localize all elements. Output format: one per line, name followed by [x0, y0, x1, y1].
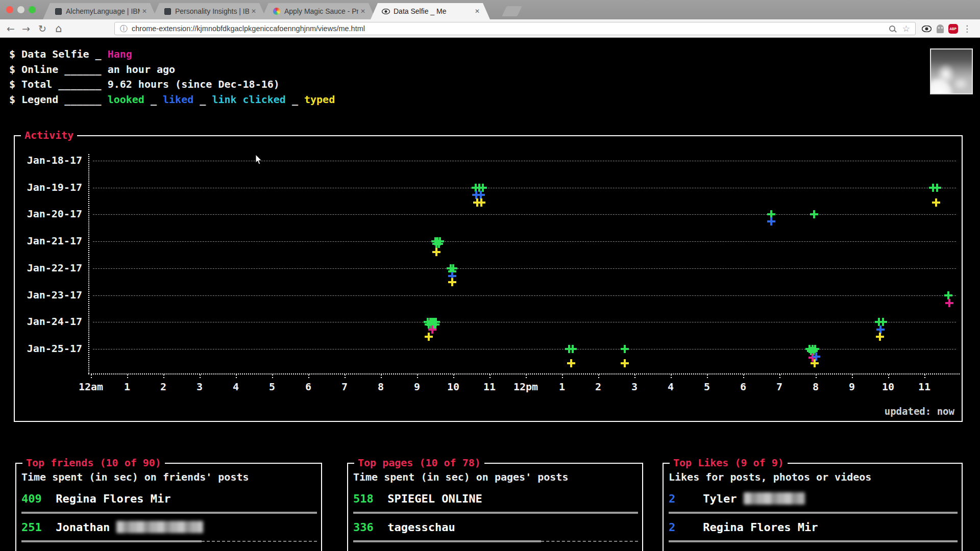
list-item[interactable]: 336 tagesschau [353, 521, 455, 534]
gridline [93, 349, 956, 349]
x-axis-tick [127, 374, 128, 378]
chart-marker-liked [477, 191, 485, 199]
tab-close-icon[interactable]: ✕ [475, 8, 480, 15]
gridline [93, 295, 956, 296]
terminal-prompt: $ Online ______ [9, 63, 108, 76]
x-axis-label: 6 [305, 381, 311, 393]
y-axis-label: Jan-21-17 [16, 235, 82, 247]
eye-icon [922, 26, 932, 32]
chart-marker-typed [932, 198, 940, 207]
x-axis-tick [489, 374, 491, 378]
adblock-extension-icon[interactable]: ABP [948, 23, 958, 34]
chart-marker-typed [432, 248, 440, 256]
x-axis-label: 8 [378, 381, 384, 393]
chart-marker-looked [933, 184, 941, 192]
chart-marker-typed [621, 359, 629, 367]
zoom-icon[interactable] [889, 26, 895, 32]
x-axis-tick [743, 374, 744, 378]
terminal-prompt: $ Legend ______ [9, 93, 108, 106]
item-name: Regina Flores Mir [696, 521, 818, 534]
eye-icon [382, 7, 390, 15]
y-axis-label: Jan-23-17 [16, 289, 82, 301]
browser-menu-icon[interactable]: ⋮ [963, 23, 971, 34]
chart-marker-liked [767, 217, 775, 226]
gridline [93, 241, 956, 242]
reload-button[interactable]: ↻ [36, 19, 49, 38]
pinwheel-favicon-glyph [273, 8, 280, 15]
y-axis-label: Jan-18-17 [16, 154, 82, 166]
tab-apply-magic-sauce-predictio[interactable]: Apply Magic Sauce - Predictio✕ [261, 3, 376, 19]
gridline [93, 322, 956, 322]
x-axis-label: 11 [483, 381, 496, 393]
url-text[interactable]: chrome-extension://kjmnobfdkgaclpkgenicc… [132, 24, 889, 33]
x-axis-tick [779, 374, 780, 378]
bookmark-star-icon[interactable]: ☆ [902, 23, 910, 34]
tab-close-icon[interactable]: ✕ [142, 8, 147, 15]
terminal-value: Hang [108, 48, 132, 60]
webcam-thumbnail [930, 48, 973, 94]
item-value: 2 [669, 492, 696, 505]
chart-marker-typed [567, 359, 575, 367]
ghost-extension-icon[interactable] [935, 23, 945, 34]
data-selfie-extension-icon[interactable] [921, 23, 932, 34]
tab-alchemylanguage-ibm-wats[interactable]: AlchemyLanguage | IBM Wats✕ [43, 3, 157, 19]
blurred-photo [930, 48, 973, 94]
x-axis-label: 10 [882, 381, 894, 393]
item-bar-track [541, 541, 638, 542]
x-axis-label: 1 [559, 381, 565, 393]
ibm-icon [54, 7, 62, 15]
tab-close-icon[interactable]: ✕ [251, 8, 256, 15]
x-axis-label: 4 [668, 381, 674, 393]
legend-item-looked: looked [108, 93, 144, 106]
new-tab-button[interactable] [502, 6, 522, 16]
close-window-button[interactable] [6, 6, 13, 13]
x-axis-tick [381, 374, 382, 378]
tab-title: Data Selfie _ Me [394, 7, 473, 15]
back-button[interactable]: ← [4, 19, 17, 38]
browser-toolbar: ← → ↻ ⌂ ⓘ chrome-extension://kjmnobfdkga… [0, 19, 980, 38]
list-item[interactable]: 2 Tyler [669, 492, 805, 505]
chart-marker-looked [435, 240, 443, 248]
legend-item-link-clicked: link clicked [212, 93, 286, 106]
item-name: Jonathan [49, 521, 116, 534]
list-item[interactable]: 2 Regina Flores Mir [669, 521, 818, 534]
list-item[interactable]: 409 Regina Flores Mir [21, 492, 170, 505]
tab-data-selfie-me[interactable]: Data Selfie _ Me✕ [371, 3, 490, 19]
x-axis-label: 10 [447, 381, 459, 393]
updated-status: updated: now [885, 406, 954, 417]
y-axis-line [88, 154, 89, 373]
activity-chart: Activity updated: now Jan-18-17Jan-19-17… [14, 135, 963, 422]
x-axis-label: 12pm [513, 381, 538, 393]
chart-marker-typed [811, 359, 819, 367]
x-axis-label: 2 [160, 381, 166, 393]
panel-top-likes-9-of-9: Top Likes (9 of 9)Likes for posts, photo… [663, 463, 963, 551]
chart-marker-typed [448, 278, 456, 286]
tab-personality-insights-ibm-wats[interactable]: Personality Insights | IBM Wats✕ [152, 3, 266, 19]
gridline [93, 214, 956, 215]
x-axis-tick [634, 374, 635, 378]
x-axis-label: 11 [918, 381, 930, 393]
tab-title: AlchemyLanguage | IBM Wats [66, 7, 140, 15]
terminal-prompt: $ Total _______ [9, 78, 108, 90]
ibm-icon [163, 7, 172, 15]
tab-close-icon[interactable]: ✕ [360, 8, 365, 15]
x-axis-label: 12am [79, 381, 103, 393]
page-info-icon[interactable]: ⓘ [120, 24, 128, 34]
item-name: Regina Flores Mir [49, 492, 170, 505]
maximize-window-button[interactable] [29, 6, 36, 13]
list-item[interactable]: 251 Jonathan [21, 521, 203, 534]
mouse-cursor [255, 154, 262, 165]
chart-marker-looked [569, 345, 577, 353]
x-axis-tick [852, 374, 853, 378]
minimize-window-button[interactable] [17, 6, 24, 13]
list-item[interactable]: 518 SPIEGEL ONLINE [353, 492, 482, 505]
panel-subtitle: Time spent (in sec) on friends' posts [21, 471, 249, 483]
home-button[interactable]: ⌂ [52, 19, 65, 38]
item-bar [353, 540, 541, 542]
legend-separator: _ [144, 93, 163, 106]
address-bar[interactable]: ⓘ chrome-extension://kjmnobfdkgaclpkgeni… [114, 22, 916, 35]
x-axis-label: 7 [341, 381, 348, 393]
item-bar [353, 512, 638, 514]
forward-button[interactable]: → [19, 19, 33, 38]
legend-item-liked: liked [163, 93, 193, 106]
